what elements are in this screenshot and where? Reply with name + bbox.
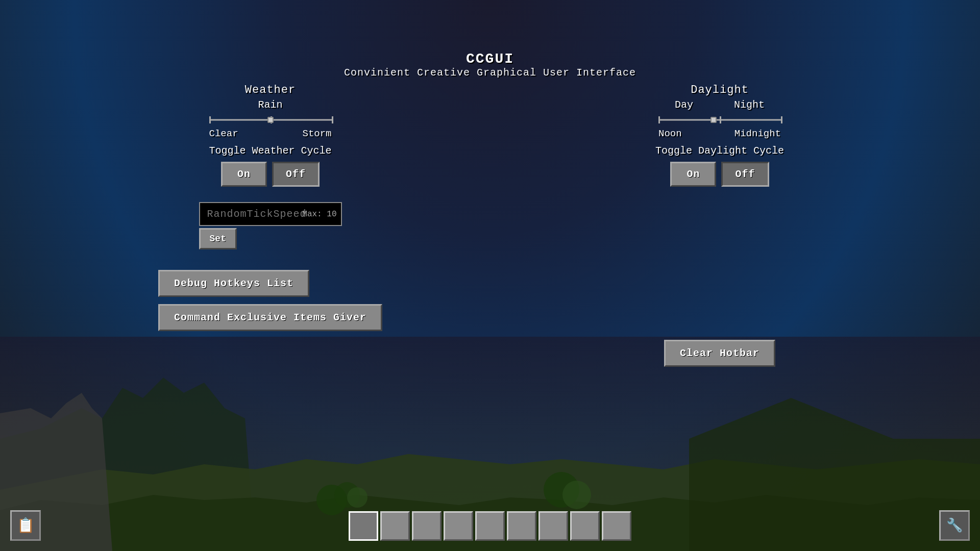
app-subtitle: Convinient Creative Graphical User Inter… — [344, 67, 636, 79]
daylight-title: Daylight — [691, 84, 749, 96]
panels-row: Weather Rain Clear Storm — [158, 84, 822, 367]
wrench-icon: 🔧 — [946, 517, 963, 534]
tick-input-section: Max: 10 Set — [199, 202, 342, 249]
daylight-label-noon: Noon — [658, 128, 682, 139]
weather-toggle-buttons: On Off — [221, 162, 320, 187]
hotbar-slot-9[interactable] — [602, 511, 631, 541]
daylight-label-midnight: Midnight — [734, 128, 781, 139]
command-exclusive-button[interactable]: Command Exclusive Items Giver — [158, 304, 382, 331]
clear-hotbar-button[interactable]: Clear Hotbar — [664, 340, 775, 367]
hotbar-slot-8[interactable] — [570, 511, 600, 541]
set-button[interactable]: Set — [199, 228, 237, 249]
hotbar-slot-7[interactable] — [538, 511, 568, 541]
bottom-right-icon[interactable]: 🔧 — [939, 510, 970, 541]
set-btn-row: Set — [199, 228, 237, 249]
daylight-slider-container: Day Night Noon Midnight — [658, 99, 781, 139]
book-icon: 📋 — [17, 517, 35, 534]
hotbar-slot-2[interactable] — [380, 511, 410, 541]
daylight-toggle-buttons: On Off — [670, 162, 769, 187]
tick-max-label: Max: 10 — [302, 210, 336, 219]
daylight-label-day: Day — [675, 99, 693, 111]
clear-hotbar-wrapper: Clear Hotbar — [664, 340, 775, 367]
weather-panel: Weather Rain Clear Storm — [158, 84, 382, 367]
tick-left — [209, 116, 211, 123]
title-block: CCGUI Convinient Creative Graphical User… — [344, 51, 636, 79]
daylight-tick-center — [720, 116, 721, 123]
app-title: CCGUI — [344, 51, 636, 67]
daylight-toggle-label: Toggle Daylight Cycle — [655, 145, 784, 157]
hotbar-slot-3[interactable] — [412, 511, 442, 541]
hotbar — [349, 511, 631, 541]
weather-slider-container: Rain Clear Storm — [209, 99, 332, 139]
hotbar-slot-6[interactable] — [507, 511, 536, 541]
daylight-slider-bottom-labels: Noon Midnight — [658, 128, 781, 139]
daylight-on-button[interactable]: On — [670, 162, 716, 187]
hotbar-slot-1[interactable] — [349, 511, 378, 541]
daylight-tick-right — [781, 116, 782, 123]
daylight-panel: Daylight Day Night — [618, 84, 822, 367]
weather-slider-bottom-labels: Clear Storm — [209, 128, 332, 139]
weather-slider-track[interactable] — [209, 115, 332, 125]
bottom-left-buttons: Debug Hotkeys List Command Exclusive Ite… — [158, 270, 382, 331]
bottom-left-icon[interactable]: 📋 — [10, 510, 41, 541]
daylight-slider-thumb[interactable] — [710, 117, 717, 123]
gui-container: CCGUI Convinient Creative Graphical User… — [0, 0, 980, 551]
debug-hotkeys-button[interactable]: Debug Hotkeys List — [158, 270, 309, 297]
daylight-label-night: Night — [734, 99, 765, 111]
daylight-off-button[interactable]: Off — [721, 162, 769, 187]
daylight-slider-track[interactable] — [658, 115, 781, 125]
weather-on-button[interactable]: On — [221, 162, 267, 187]
hotbar-slot-4[interactable] — [444, 511, 473, 541]
weather-off-button[interactable]: Off — [272, 162, 320, 187]
weather-toggle-label: Toggle Weather Cycle — [209, 145, 332, 157]
daylight-top-labels: Day Night — [675, 99, 765, 111]
weather-label-clear: Clear — [209, 128, 238, 139]
tick-right — [332, 116, 333, 123]
weather-slider-current: Rain — [258, 99, 283, 111]
daylight-tick-left — [658, 116, 660, 123]
weather-slider-thumb[interactable] — [267, 117, 274, 123]
weather-title: Weather — [245, 84, 296, 96]
tick-input-wrapper: Max: 10 — [199, 202, 342, 226]
weather-label-storm: Storm — [303, 128, 332, 139]
hotbar-slot-5[interactable] — [475, 511, 505, 541]
